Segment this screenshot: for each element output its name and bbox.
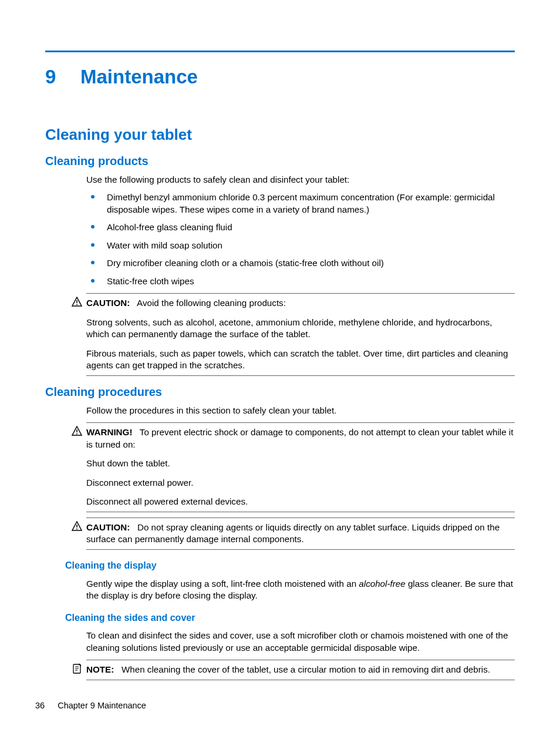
warning-icon [71, 425, 83, 437]
display-text-pre: Gently wipe the display using a soft, li… [86, 579, 359, 589]
caution-text: CAUTION: Do not spray cleaning agents or… [86, 522, 515, 546]
warning-step: Shut down the tablet. [86, 458, 515, 470]
caution-lead-text: Avoid the following cleaning products: [137, 298, 286, 308]
warning-callout: WARNING! To prevent electric shock or da… [86, 422, 515, 512]
note-text: NOTE: When cleaning the cover of the tab… [86, 664, 515, 676]
procedures-intro: Follow the procedures in this section to… [86, 405, 515, 417]
caution-para: Fibrous materials, such as paper towels,… [86, 348, 515, 372]
cleaning-display-heading: Cleaning the display [65, 559, 515, 572]
list-item: Static-free cloth wipes [86, 275, 515, 288]
svg-point-5 [76, 529, 77, 530]
warning-lead-text: To prevent electric shock or damage to c… [86, 427, 513, 449]
warning-step: Disconnect all powered external devices. [86, 496, 515, 508]
caution-callout: CAUTION: Avoid the following cleaning pr… [86, 293, 515, 376]
cleaning-sides-heading: Cleaning the sides and cover [65, 611, 515, 624]
caution-lead: CAUTION: Avoid the following cleaning pr… [86, 297, 515, 310]
note-icon [71, 663, 83, 674]
note-body: When cleaning the cover of the tablet, u… [122, 664, 490, 674]
products-intro: Use the following products to safely cle… [86, 174, 515, 186]
caution-body: Do not spray cleaning agents or liquids … [86, 522, 500, 545]
warning-step: Disconnect external power. [86, 477, 515, 489]
sides-text: To clean and disinfect the sides and cov… [86, 630, 515, 654]
warning-lead: WARNING! To prevent electric shock or da… [86, 426, 515, 451]
note-callout: NOTE: When cleaning the cover of the tab… [86, 660, 515, 680]
page-footer: 36 Chapter 9 Maintenance [35, 700, 146, 712]
caution-icon [71, 296, 83, 308]
chapter-number: 9 [45, 64, 80, 90]
list-item: Dry microfiber cleaning cloth or a chamo… [86, 257, 515, 270]
list-item: Water with mild soap solution [86, 240, 515, 252]
cleaning-products-heading: Cleaning products [45, 153, 515, 169]
list-item: Alcohol-free glass cleaning fluid [86, 221, 515, 234]
section-title: Cleaning your tablet [45, 125, 515, 145]
note-label: NOTE: [86, 664, 114, 674]
chapter-heading: 9 Maintenance [45, 64, 515, 90]
warning-label: WARNING! [86, 427, 132, 437]
caution-icon [71, 520, 83, 532]
display-text: Gently wipe the display using a soft, li… [86, 578, 515, 602]
caution-callout: CAUTION: Do not spray cleaning agents or… [86, 518, 515, 550]
page-number: 36 [35, 701, 45, 710]
caution-label: CAUTION: [86, 522, 130, 532]
caution-para: Strong solvents, such as alcohol, aceton… [86, 317, 515, 341]
list-item: Dimethyl benzyl ammonium chloride 0.3 pe… [86, 191, 515, 216]
cleaning-procedures-heading: Cleaning procedures [45, 384, 515, 400]
display-text-em: alcohol-free [359, 579, 405, 589]
svg-point-3 [76, 434, 77, 435]
chapter-title: Maintenance [80, 64, 198, 90]
footer-chapter-ref: Chapter 9 Maintenance [58, 701, 146, 710]
caution-label: CAUTION: [86, 298, 130, 308]
products-list: Dimethyl benzyl ammonium chloride 0.3 pe… [86, 191, 515, 287]
svg-point-1 [76, 304, 77, 305]
top-divider [45, 51, 515, 52]
